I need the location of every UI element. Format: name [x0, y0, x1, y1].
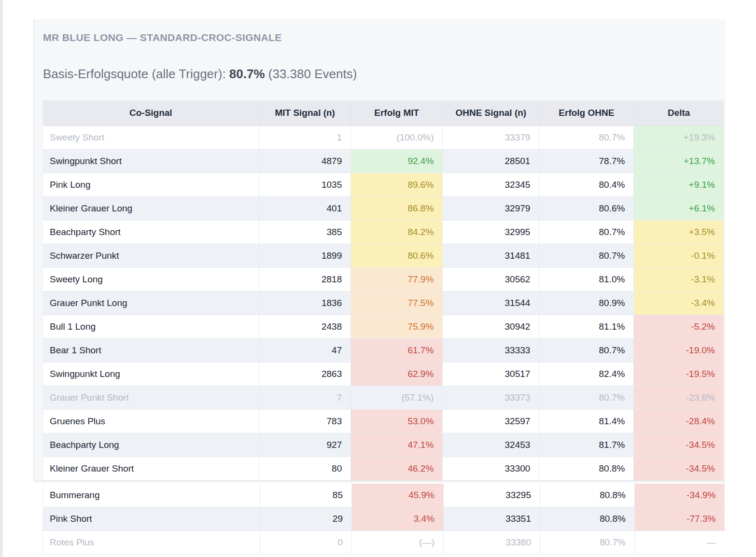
table-row: Schwarzer Punkt 1899 80.6% 31481 80.7% -… — [43, 244, 724, 268]
mit-signal-count-cell: 783 — [259, 410, 351, 433]
delta-cell: -19.5% — [634, 362, 724, 386]
co-signal-cell: Rotes Plus — [43, 531, 260, 555]
co-signal-cell: Swingpunkt Long — [43, 362, 259, 386]
erfolg-ohne-cell: 80.7% — [539, 386, 634, 410]
table-row: Beachparty Long 927 47.1% 32453 81.7% -3… — [43, 433, 724, 457]
delta-cell: -34.5% — [634, 433, 724, 457]
delta-cell: -34.5% — [634, 457, 724, 481]
mit-signal-count-cell: 1 — [259, 126, 351, 150]
table-row: Bear 1 Short 47 61.7% 33333 80.7% -19.0% — [43, 339, 724, 362]
delta-cell: -3.4% — [634, 292, 724, 315]
erfolg-ohne-cell: 81.4% — [539, 410, 634, 433]
erfolg-mit-cell: 89.6% — [351, 173, 443, 197]
column-header-ohne-signal: OHNE Signal (n) — [443, 100, 539, 126]
ohne-signal-count-cell: 31544 — [443, 292, 539, 315]
erfolg-mit-cell: 77.9% — [351, 268, 443, 292]
table-row: Gruenes Plus 783 53.0% 32597 81.4% -28.4… — [43, 410, 724, 433]
main-table-body: Sweety Short 1 (100.0%) 33379 80.7% +19.… — [43, 126, 724, 481]
column-header-delta: Delta — [634, 100, 724, 126]
co-signal-cell: Beachparty Short — [43, 221, 259, 244]
mit-signal-count-cell: 2818 — [259, 268, 351, 292]
ohne-signal-count-cell: 33333 — [443, 339, 539, 362]
erfolg-ohne-cell: 80.8% — [539, 457, 634, 481]
erfolg-mit-cell: 3.4% — [352, 507, 444, 531]
erfolg-mit-cell: 47.1% — [351, 433, 443, 457]
column-header-erfolg-mit: Erfolg MIT — [351, 100, 443, 126]
mit-signal-count-cell: 47 — [259, 339, 351, 362]
table-row: Bummerang 85 45.9% 33295 80.8% -34.9% — [43, 484, 725, 507]
co-signal-cell: Schwarzer Punkt — [43, 244, 259, 268]
erfolg-ohne-cell: 81.1% — [539, 315, 634, 339]
delta-cell: +9.1% — [634, 173, 724, 197]
ohne-signal-count-cell: 33379 — [443, 126, 539, 150]
base-success-rate-value: 80.7% — [229, 67, 265, 81]
signal-stats-card: MR BLUE LONG — STANDARD-CROC-SIGNALE Bas… — [34, 19, 725, 481]
table-row: Rotes Plus 0 (—) 33380 80.7% — — [43, 531, 725, 555]
erfolg-mit-cell: 77.5% — [351, 292, 443, 315]
erfolg-ohne-cell: 80.4% — [539, 173, 634, 197]
erfolg-mit-cell: 92.4% — [351, 150, 443, 173]
erfolg-mit-cell: 84.2% — [351, 221, 443, 244]
erfolg-mit-cell: 61.7% — [351, 339, 443, 362]
co-signal-cell: Kleiner Grauer Long — [43, 197, 259, 221]
erfolg-ohne-cell: 80.8% — [540, 507, 635, 531]
delta-cell: -23.6% — [634, 386, 724, 410]
ohne-signal-count-cell: 30517 — [443, 362, 539, 386]
erfolg-ohne-cell: 82.4% — [539, 362, 634, 386]
ohne-signal-count-cell: 33300 — [443, 457, 539, 481]
co-signal-cell: Swingpunkt Short — [43, 150, 259, 173]
table-row: Bull 1 Long 2438 75.9% 30942 81.1% -5.2% — [43, 315, 724, 339]
mit-signal-count-cell: 2863 — [259, 362, 351, 386]
erfolg-mit-cell: (100.0%) — [351, 126, 443, 150]
table-row: Sweety Long 2818 77.9% 30562 81.0% -3.1% — [43, 268, 724, 292]
column-header-erfolg-ohne: Erfolg OHNE — [539, 100, 634, 126]
mit-signal-count-cell: 4879 — [259, 150, 351, 173]
erfolg-mit-cell: (57.1%) — [351, 386, 443, 410]
ohne-signal-count-cell: 33295 — [444, 484, 540, 507]
co-signal-cell: Sweety Long — [43, 268, 259, 292]
erfolg-mit-cell: 46.2% — [351, 457, 443, 481]
erfolg-mit-cell: 86.8% — [351, 197, 443, 221]
base-success-rate: Basis-Erfolgsquote (alle Trigger): 80.7%… — [43, 67, 357, 82]
table-row: Pink Long 1035 89.6% 32345 80.4% +9.1% — [43, 173, 724, 197]
erfolg-ohne-cell: 80.7% — [539, 244, 634, 268]
table-row: Beachparty Short 385 84.2% 32995 80.7% +… — [43, 221, 724, 244]
erfolg-mit-cell: 62.9% — [351, 362, 443, 386]
ohne-signal-count-cell: 32995 — [443, 221, 539, 244]
table-row: Pink Short 29 3.4% 33351 80.8% -77.3% — [43, 507, 725, 531]
ohne-signal-count-cell: 30942 — [443, 315, 539, 339]
co-signal-cell: Pink Short — [43, 507, 260, 531]
delta-cell: -77.3% — [635, 507, 725, 531]
erfolg-ohne-cell: 80.9% — [539, 292, 634, 315]
continued-table-body: Bummerang 85 45.9% 33295 80.8% -34.9% Pi… — [43, 484, 725, 555]
table-row: Grauer Punkt Long 1836 77.5% 31544 80.9%… — [43, 292, 724, 315]
ohne-signal-count-cell: 33380 — [444, 531, 540, 555]
erfolg-ohne-cell: 81.7% — [539, 433, 634, 457]
mit-signal-count-cell: 1899 — [259, 244, 351, 268]
co-signal-cell: Pink Long — [43, 173, 259, 197]
table-header-row: Co-Signal MIT Signal (n) Erfolg MIT OHNE… — [43, 100, 724, 126]
delta-cell: -19.0% — [634, 339, 724, 362]
card-title: MR BLUE LONG — STANDARD-CROC-SIGNALE — [43, 32, 282, 43]
column-header-co-signal: Co-Signal — [43, 100, 259, 126]
erfolg-mit-cell: (—) — [352, 531, 444, 555]
delta-cell: -28.4% — [634, 410, 724, 433]
ohne-signal-count-cell: 33373 — [443, 386, 539, 410]
ohne-signal-count-cell: 31481 — [443, 244, 539, 268]
delta-cell: +13.7% — [634, 150, 724, 173]
mit-signal-count-cell: 1035 — [259, 173, 351, 197]
mit-signal-count-cell: 385 — [259, 221, 351, 244]
co-signal-cell: Sweety Short — [43, 126, 259, 150]
mit-signal-count-cell: 7 — [259, 386, 351, 410]
erfolg-mit-cell: 45.9% — [352, 484, 444, 507]
erfolg-ohne-cell: 80.6% — [539, 197, 634, 221]
delta-cell: -5.2% — [634, 315, 724, 339]
table-row: Grauer Punkt Short 7 (57.1%) 33373 80.7%… — [43, 386, 724, 410]
column-header-mit-signal: MIT Signal (n) — [259, 100, 351, 126]
table-row: Sweety Short 1 (100.0%) 33379 80.7% +19.… — [43, 126, 724, 150]
base-success-rate-label: Basis-Erfolgsquote (alle Trigger): — [43, 67, 229, 81]
erfolg-ohne-cell: 80.7% — [539, 221, 634, 244]
table-row: Kleiner Grauer Long 401 86.8% 32979 80.6… — [43, 197, 724, 221]
mit-signal-count-cell: 80 — [259, 457, 351, 481]
left-edge-strip — [0, 0, 3, 557]
